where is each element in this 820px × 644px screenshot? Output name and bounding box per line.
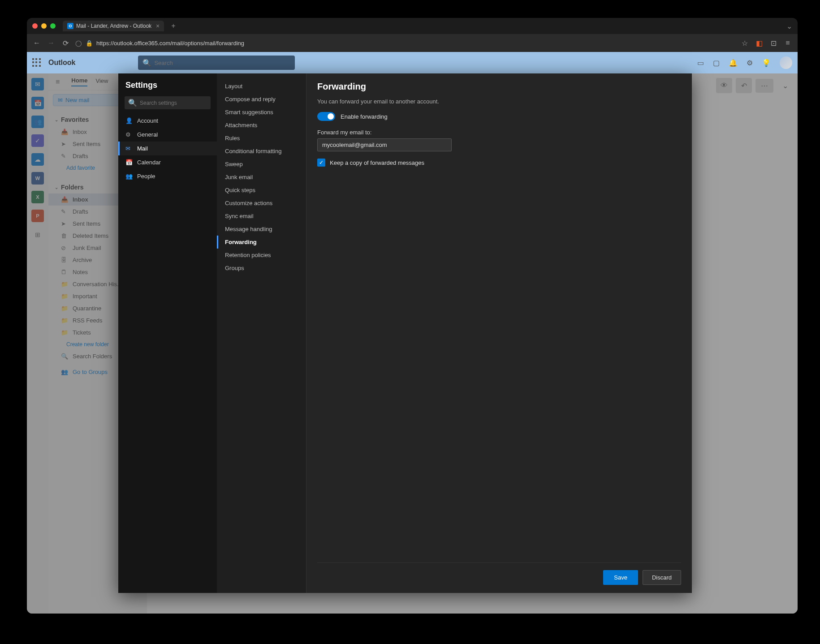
- folder-label: Deleted Items: [73, 232, 108, 239]
- rail-more-apps-icon[interactable]: ⊞: [31, 228, 44, 241]
- new-tab-button[interactable]: +: [168, 22, 179, 30]
- new-mail-button[interactable]: ✉ New mail: [53, 94, 127, 106]
- mail-icon: ✉: [58, 97, 63, 103]
- trash-icon: 🗑: [61, 232, 68, 239]
- archive-icon: 🗄: [61, 257, 68, 263]
- settings-option-customize-actions[interactable]: Customize actions: [217, 197, 306, 210]
- settings-option-rules[interactable]: Rules: [217, 132, 306, 145]
- back-button[interactable]: ←: [32, 39, 41, 47]
- rail-todo-icon[interactable]: ✓: [31, 134, 44, 147]
- browser-tab[interactable]: O Mail - Lander, Andrew - Outlook ×: [63, 21, 164, 31]
- search-folder-icon: 🔍: [61, 353, 68, 360]
- toolbar-more-button[interactable]: ⋯: [755, 79, 773, 93]
- settings-option-groups[interactable]: Groups: [217, 262, 306, 275]
- settings-categories-pane: Settings 🔍 👤Account⚙General✉Mail📅Calenda…: [118, 73, 217, 593]
- draft-icon: ✎: [61, 153, 68, 159]
- settings-search-input[interactable]: [140, 100, 207, 106]
- settings-category-mail[interactable]: ✉Mail: [118, 142, 217, 155]
- address-bar[interactable]: ◯ 🔒 https://outlook.office365.com/mail/o…: [75, 40, 735, 47]
- settings-search[interactable]: 🔍: [125, 96, 211, 109]
- rail-people-icon[interactable]: 👥: [31, 116, 44, 128]
- settings-option-conditional-formatting[interactable]: Conditional formatting: [217, 145, 306, 158]
- rail-calendar-icon[interactable]: 📅: [31, 97, 44, 109]
- rail-word-icon[interactable]: W: [31, 172, 44, 185]
- shield-icon: ◯: [75, 40, 82, 47]
- settings-category-general[interactable]: ⚙General: [118, 128, 217, 142]
- extension-icon[interactable]: ◧: [755, 39, 764, 47]
- toggle-knob: [328, 113, 334, 120]
- forward-to-input[interactable]: [317, 138, 452, 151]
- search-input[interactable]: [154, 60, 290, 66]
- tab-close-icon[interactable]: ×: [156, 22, 160, 30]
- close-window-button[interactable]: [32, 23, 38, 29]
- settings-option-smart-suggestions[interactable]: Smart suggestions: [217, 106, 306, 119]
- outlook-favicon-icon: O: [67, 23, 73, 29]
- url-text: https://outlook.office365.com/mail/optio…: [96, 40, 244, 47]
- search-icon: 🔍: [142, 59, 151, 67]
- settings-option-compose-and-reply[interactable]: Compose and reply: [217, 93, 306, 106]
- folder-label: Quarantine: [73, 305, 101, 312]
- tab-title: Mail - Lander, Andrew - Outlook: [76, 23, 151, 29]
- rail-mail-icon[interactable]: ✉: [31, 78, 44, 90]
- account-avatar[interactable]: [780, 56, 792, 69]
- enable-forwarding-label: Enable forwarding: [341, 113, 388, 120]
- tabs-dropdown-icon[interactable]: ⌄: [786, 22, 792, 30]
- folder-label: Inbox: [73, 196, 88, 203]
- settings-option-junk-email[interactable]: Junk email: [217, 171, 306, 184]
- person-icon: 👤: [125, 117, 133, 124]
- folder-icon: 📁: [61, 305, 68, 312]
- extensions-menu-icon[interactable]: ⊡: [769, 39, 778, 47]
- rail-powerpoint-icon[interactable]: P: [31, 210, 44, 222]
- settings-category-account[interactable]: 👤Account: [118, 114, 217, 128]
- settings-content-pane: Forwarding You can forward your email to…: [306, 73, 692, 593]
- settings-category-people[interactable]: 👥People: [118, 169, 217, 183]
- enable-forwarding-toggle[interactable]: [317, 112, 335, 121]
- rail-onedrive-icon[interactable]: ☁: [31, 153, 44, 166]
- minimize-window-button[interactable]: [41, 23, 47, 29]
- app-launcher-icon[interactable]: [32, 58, 41, 67]
- forwarding-description: You can forward your email to another ac…: [317, 98, 681, 105]
- discard-button[interactable]: Discard: [643, 570, 681, 585]
- favorites-label: Favorites: [61, 116, 89, 123]
- keep-copy-checkbox[interactable]: ✓: [317, 159, 325, 167]
- forward-button[interactable]: →: [47, 39, 56, 47]
- settings-option-message-handling[interactable]: Message handling: [217, 223, 306, 236]
- groups-label: Go to Groups: [73, 369, 108, 375]
- mail-icon: ✉: [125, 145, 133, 152]
- teams-call-icon[interactable]: ▭: [697, 59, 704, 67]
- settings-option-sync-email[interactable]: Sync email: [217, 210, 306, 223]
- sent-icon: ➤: [61, 220, 68, 227]
- groups-icon: 👥: [61, 369, 68, 375]
- title-bar: O Mail - Lander, Andrew - Outlook × + ⌄: [27, 18, 798, 34]
- settings-option-attachments[interactable]: Attachments: [217, 119, 306, 132]
- settings-title: Settings: [118, 81, 217, 96]
- global-search[interactable]: 🔍: [138, 56, 295, 70]
- folder-label: RSS Feeds: [73, 317, 102, 324]
- bookmark-icon[interactable]: ☆: [740, 39, 749, 47]
- mail-body: ✉ 📅 👥 ✓ ☁ W X P ⊞ ≡ Home View ✉ New mail…: [27, 73, 798, 614]
- settings-option-retention-policies[interactable]: Retention policies: [217, 249, 306, 262]
- settings-category-calendar[interactable]: 📅Calendar: [118, 155, 217, 169]
- tab-view[interactable]: View: [95, 77, 108, 86]
- meet-now-icon[interactable]: ▢: [713, 59, 720, 67]
- settings-option-layout[interactable]: Layout: [217, 80, 306, 93]
- notifications-icon[interactable]: 🔔: [729, 59, 738, 67]
- settings-option-quick-steps[interactable]: Quick steps: [217, 184, 306, 197]
- reload-button[interactable]: ⟳: [61, 39, 70, 47]
- save-button[interactable]: Save: [603, 570, 638, 585]
- maximize-window-button[interactable]: [50, 23, 56, 29]
- browser-menu-icon[interactable]: ≡: [783, 39, 792, 47]
- hamburger-icon[interactable]: ≡: [56, 78, 60, 86]
- rail-excel-icon[interactable]: X: [31, 191, 44, 203]
- settings-option-forwarding[interactable]: Forwarding: [217, 236, 306, 249]
- settings-option-sweep[interactable]: Sweep: [217, 158, 306, 171]
- toolbar-read-icon[interactable]: 👁: [716, 78, 732, 93]
- search-folders-label: Search Folders: [73, 353, 112, 360]
- category-label: Account: [137, 117, 158, 124]
- toolbar-chevron-icon[interactable]: ⌄: [777, 78, 793, 93]
- settings-gear-icon[interactable]: ⚙: [747, 59, 753, 67]
- tips-icon[interactable]: 💡: [762, 59, 771, 67]
- tab-home[interactable]: Home: [71, 77, 87, 86]
- folder-label: Drafts: [73, 208, 88, 215]
- toolbar-undo-icon[interactable]: ↶: [736, 78, 752, 93]
